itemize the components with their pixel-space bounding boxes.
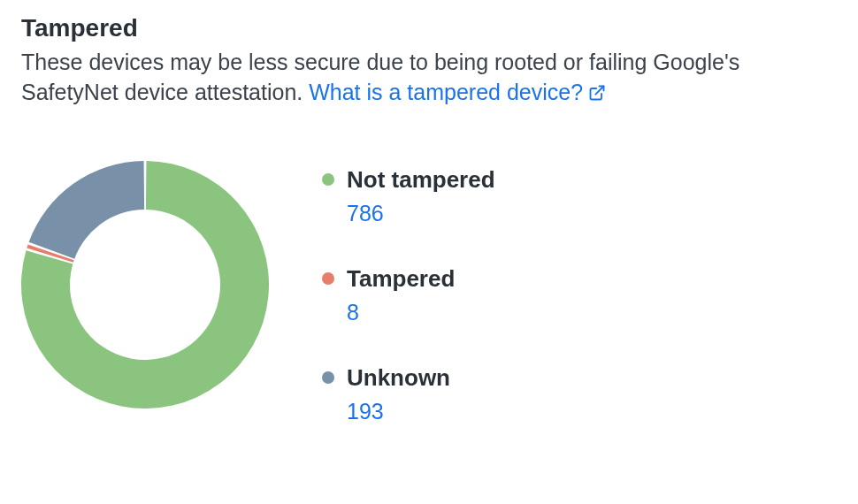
legend-row: Not tampered: [322, 166, 495, 194]
legend-dot-icon: [322, 173, 334, 186]
chart-legend: Not tampered786Tampered8Unknown193: [322, 161, 495, 424]
header-block: Tampered These devices may be less secur…: [21, 14, 837, 108]
legend-dot-icon: [322, 371, 334, 384]
learn-more-link-text: What is a tampered device?: [309, 80, 583, 104]
legend-label: Unknown: [347, 364, 450, 392]
legend-label: Tampered: [347, 265, 455, 293]
legend-value-link[interactable]: 8: [347, 300, 495, 325]
legend-item: Tampered8: [322, 265, 495, 325]
chart-area: Not tampered786Tampered8Unknown193: [21, 161, 837, 424]
donut-slice: [29, 161, 144, 259]
donut-chart: [21, 161, 269, 409]
svg-line-0: [595, 86, 603, 94]
legend-row: Unknown: [322, 364, 495, 392]
legend-label: Not tampered: [347, 166, 495, 194]
legend-row: Tampered: [322, 265, 495, 293]
legend-value-link[interactable]: 786: [347, 201, 495, 226]
legend-item: Unknown193: [322, 364, 495, 424]
section-title: Tampered: [21, 14, 837, 42]
external-link-icon: [588, 84, 606, 102]
legend-dot-icon: [322, 272, 334, 285]
section-description: These devices may be less secure due to …: [21, 48, 817, 108]
legend-value-link[interactable]: 193: [347, 399, 495, 424]
learn-more-link[interactable]: What is a tampered device?: [309, 80, 606, 104]
legend-item: Not tampered786: [322, 166, 495, 226]
